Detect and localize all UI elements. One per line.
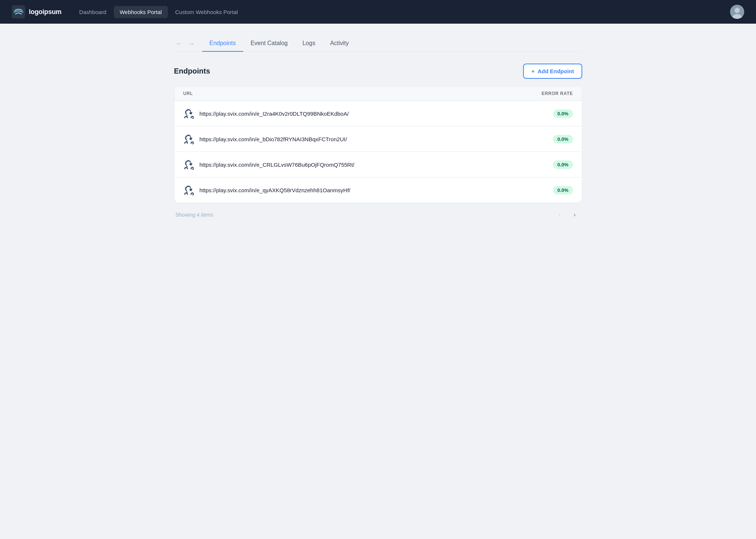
tab-event-catalog[interactable]: Event Catalog — [243, 35, 295, 52]
nav-items: Dashboard Webhooks Portal Custom Webhook… — [73, 6, 727, 18]
error-rate-2: 0.0% — [553, 135, 573, 143]
avatar-image — [730, 5, 744, 19]
plus-icon: + — [531, 68, 535, 74]
table-row[interactable]: https://play.svix.com/in/e_bDio782fRYNAI… — [174, 126, 582, 152]
main-content: ← → Endpoints Event Catalog Logs Activit… — [156, 24, 600, 233]
tab-activity[interactable]: Activity — [323, 35, 356, 52]
table-row[interactable]: https://play.svix.com/in/e_I2ra4K0v2r0DL… — [174, 101, 582, 126]
webhook-icon — [183, 108, 194, 119]
add-endpoint-button[interactable]: + Add Endpoint — [523, 64, 582, 79]
next-page-button[interactable]: › — [569, 209, 581, 221]
col-error-rate-header: ERROR RATE — [542, 91, 573, 96]
table-header: URL ERROR RATE — [174, 87, 582, 101]
tab-endpoints[interactable]: Endpoints — [202, 35, 243, 52]
endpoint-url-2: https://play.svix.com/in/e_bDio782fRYNAI… — [200, 136, 347, 142]
pagination-arrows: ‹ › — [554, 209, 581, 221]
webhook-icon — [183, 159, 194, 170]
error-rate-3: 0.0% — [553, 160, 573, 169]
endpoint-url-3: https://play.svix.com/in/e_CRLGLvsW76Bu6… — [200, 162, 355, 168]
nav-item-webhooks-portal[interactable]: Webhooks Portal — [114, 6, 168, 18]
prev-page-button[interactable]: ‹ — [554, 209, 566, 221]
subnav: ← → Endpoints Event Catalog Logs Activit… — [174, 35, 582, 52]
row-left: https://play.svix.com/in/e_I2ra4K0v2r0DL… — [183, 108, 349, 119]
logo[interactable]: logoipsum — [12, 5, 61, 18]
back-arrow[interactable]: ← — [174, 39, 184, 48]
row-left: https://play.svix.com/in/e_CRLGLvsW76Bu6… — [183, 159, 355, 170]
row-left: https://play.svix.com/in/e_bDio782fRYNAI… — [183, 134, 347, 144]
endpoints-table: URL ERROR RATE https://play.svix.com/in/… — [174, 86, 582, 203]
nav-arrows: ← → — [174, 39, 196, 48]
webhook-icon — [183, 134, 194, 144]
table-footer: Showing 4 items ‹ › — [174, 203, 582, 221]
showing-items-text: Showing 4 items — [176, 212, 214, 218]
forward-arrow[interactable]: → — [187, 39, 196, 48]
add-endpoint-label: Add Endpoint — [538, 68, 574, 74]
endpoint-url-4: https://play.svix.com/in/e_qyAXKQ58rVdzn… — [200, 187, 350, 193]
error-rate-1: 0.0% — [553, 109, 573, 118]
endpoint-url-1: https://play.svix.com/in/e_I2ra4K0v2r0DL… — [200, 111, 349, 117]
top-navigation: logoipsum Dashboard Webhooks Portal Cust… — [0, 0, 756, 24]
logo-text: logoipsum — [29, 8, 61, 16]
table-row[interactable]: https://play.svix.com/in/e_qyAXKQ58rVdzn… — [174, 177, 582, 203]
tab-logs[interactable]: Logs — [295, 35, 323, 52]
nav-item-custom-webhooks-portal[interactable]: Custom Webhooks Portal — [169, 6, 244, 18]
row-left: https://play.svix.com/in/e_qyAXKQ58rVdzn… — [183, 185, 350, 195]
section-header: Endpoints + Add Endpoint — [174, 64, 582, 79]
col-url-header: URL — [183, 91, 193, 96]
table-row[interactable]: https://play.svix.com/in/e_CRLGLvsW76Bu6… — [174, 152, 582, 177]
svg-point-2 — [735, 8, 740, 13]
avatar[interactable] — [730, 5, 744, 19]
error-rate-4: 0.0% — [553, 186, 573, 194]
nav-item-dashboard[interactable]: Dashboard — [73, 6, 112, 18]
section-title: Endpoints — [174, 67, 210, 75]
webhook-icon — [183, 185, 194, 195]
subnav-tabs: Endpoints Event Catalog Logs Activity — [202, 35, 356, 51]
